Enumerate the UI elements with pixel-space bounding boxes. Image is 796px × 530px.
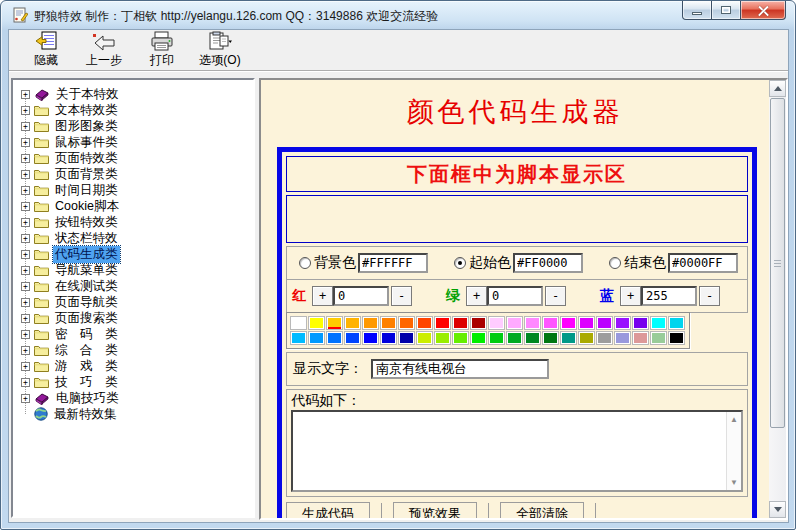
color-swatch[interactable] (632, 331, 649, 345)
tree-item[interactable]: +代码生成类 (13, 246, 253, 262)
color-swatch[interactable] (398, 331, 415, 345)
color-swatch[interactable] (632, 316, 649, 330)
tree-item[interactable]: +文本特效类 (13, 102, 253, 118)
tree-item-label[interactable]: 页面背景类 (53, 166, 120, 183)
scroll-down-icon[interactable]: ▼ (727, 478, 741, 487)
color-swatch[interactable] (326, 316, 343, 330)
toolbar-button-printer[interactable]: 打印 (133, 30, 191, 70)
color-swatch[interactable] (524, 331, 541, 345)
color-swatch[interactable] (290, 316, 307, 330)
tree-item[interactable]: +页面导航类 (13, 294, 253, 310)
color-swatch[interactable] (488, 331, 505, 345)
tree-item[interactable]: +技 巧 类 (13, 374, 253, 390)
radio-button[interactable] (454, 257, 466, 269)
hex-color-input[interactable] (668, 253, 738, 273)
rgb-value-input[interactable] (333, 286, 389, 306)
tree-item[interactable]: +页面搜索类 (13, 310, 253, 326)
decrement-button[interactable]: - (699, 286, 720, 306)
color-swatch[interactable] (326, 331, 343, 345)
color-swatch[interactable] (668, 316, 685, 330)
expand-plus-icon[interactable]: + (21, 250, 30, 259)
tree-item-label[interactable]: 关于本特效 (54, 86, 121, 103)
color-swatch[interactable] (470, 316, 487, 330)
tree-item-label[interactable]: 鼠标事件类 (53, 134, 120, 151)
color-swatch[interactable] (650, 331, 667, 345)
color-swatch[interactable] (560, 331, 577, 345)
color-swatch[interactable] (524, 316, 541, 330)
expand-plus-icon[interactable]: + (21, 138, 30, 147)
expand-plus-icon[interactable]: + (21, 106, 30, 115)
expand-plus-icon[interactable]: + (21, 330, 30, 339)
tree-item-label[interactable]: 页面特效类 (53, 150, 120, 167)
color-swatch[interactable] (290, 331, 307, 345)
color-swatch[interactable] (542, 316, 559, 330)
toolbar-button-hide-panel[interactable]: 隐藏 (17, 30, 75, 70)
tree-item[interactable]: +在线测试类 (13, 278, 253, 294)
tree-item-label[interactable]: 最新特效集 (52, 406, 119, 423)
expand-plus-icon[interactable]: + (21, 314, 30, 323)
panel-scrollbar[interactable] (769, 80, 786, 518)
action-button[interactable]: 全部清除 (500, 502, 584, 518)
expand-plus-icon[interactable]: + (21, 362, 30, 371)
color-swatch[interactable] (344, 316, 361, 330)
tree-item[interactable]: +关于本特效 (13, 86, 253, 102)
rgb-value-input[interactable] (641, 286, 697, 306)
color-swatch[interactable] (650, 316, 667, 330)
tree-item-label[interactable]: 密 码 类 (53, 326, 120, 343)
tree-item-label[interactable]: 电脑技巧类 (54, 390, 121, 407)
color-swatch[interactable] (416, 331, 433, 345)
hex-color-input[interactable] (513, 253, 583, 273)
decrement-button[interactable]: - (545, 286, 566, 306)
color-swatch[interactable] (596, 316, 613, 330)
color-swatch[interactable] (470, 331, 487, 345)
expand-plus-icon[interactable]: + (21, 282, 30, 291)
tree-item[interactable]: +鼠标事件类 (13, 134, 253, 150)
display-text-input[interactable] (371, 359, 549, 379)
hex-color-input[interactable] (358, 253, 428, 273)
tree-item-label[interactable]: 时间日期类 (53, 182, 120, 199)
expand-plus-icon[interactable]: + (21, 90, 30, 99)
increment-button[interactable]: + (466, 286, 487, 306)
close-button[interactable] (740, 1, 786, 20)
expand-plus-icon[interactable]: + (21, 298, 30, 307)
color-swatch[interactable] (452, 316, 469, 330)
tree-item-label[interactable]: 状态栏特效 (53, 230, 120, 247)
tree-item[interactable]: +综 合 类 (13, 342, 253, 358)
expand-plus-icon[interactable]: + (21, 122, 30, 131)
tree-item-label[interactable]: 代码生成类 (53, 246, 120, 263)
tree-item[interactable]: +导航菜单类 (13, 262, 253, 278)
tree-item-label[interactable]: 文本特效类 (53, 102, 120, 119)
expand-plus-icon[interactable]: + (21, 266, 30, 275)
scrollbar-down-button[interactable] (769, 501, 786, 518)
increment-button[interactable]: + (620, 286, 641, 306)
color-swatch[interactable] (362, 316, 379, 330)
toolbar-button-options[interactable]: 选项(O) (191, 30, 249, 70)
toolbar-button-back-arrow[interactable]: 上一步 (75, 30, 133, 70)
color-swatch[interactable] (434, 316, 451, 330)
radio-button[interactable] (299, 257, 311, 269)
color-swatch[interactable] (380, 331, 397, 345)
color-swatch[interactable] (506, 316, 523, 330)
action-button[interactable]: 预览效果 (393, 502, 477, 518)
color-swatch[interactable] (560, 316, 577, 330)
color-swatch[interactable] (344, 331, 361, 345)
maximize-button[interactable] (712, 1, 740, 20)
expand-plus-icon[interactable]: + (21, 346, 30, 355)
expand-plus-icon[interactable]: + (21, 378, 30, 387)
color-swatch[interactable] (596, 331, 613, 345)
increment-button[interactable]: + (312, 286, 333, 306)
scrollbar-thumb[interactable] (770, 98, 785, 428)
tree-item-label[interactable]: 导航菜单类 (53, 262, 120, 279)
color-swatch[interactable] (380, 316, 397, 330)
tree-item[interactable]: +页面背景类 (13, 166, 253, 182)
title-bar[interactable]: 野狼特效 制作：丁相钦 http://yelangu.126.com QQ：31… (1, 1, 795, 29)
tree-item[interactable]: +Cookie脚本 (13, 198, 253, 214)
tree-item-label[interactable]: 在线测试类 (53, 278, 120, 295)
color-swatch[interactable] (416, 316, 433, 330)
color-swatch[interactable] (452, 331, 469, 345)
tree-item[interactable]: +图形图象类 (13, 118, 253, 134)
rgb-value-input[interactable] (487, 286, 543, 306)
code-output[interactable]: ▲ ▼ (291, 410, 743, 492)
color-swatch[interactable] (362, 331, 379, 345)
color-swatch[interactable] (614, 316, 631, 330)
